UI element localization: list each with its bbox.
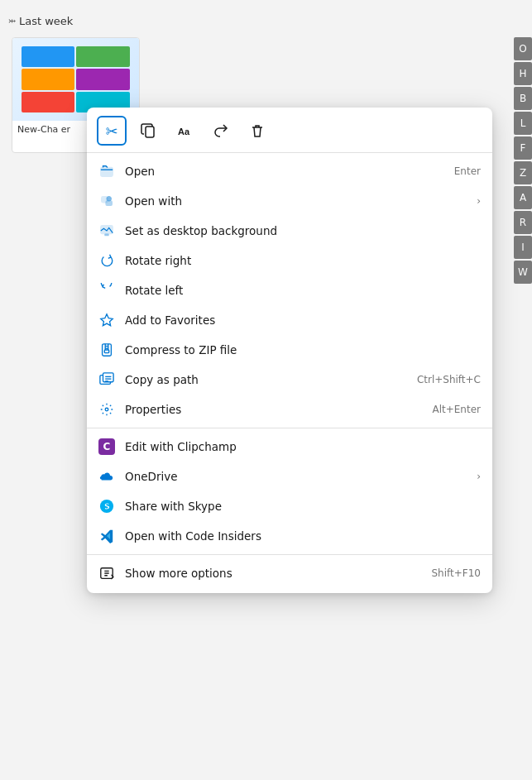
open-with-label: Open with	[125, 194, 462, 208]
share-skype-label: Share with Skype	[125, 500, 481, 513]
menu-item-show-more[interactable]: Show more options Shift+F10	[87, 558, 492, 588]
cut-button[interactable]: ✂	[97, 116, 127, 146]
add-favorites-label: Add to Favorites	[125, 313, 481, 327]
menu-item-rotate-right[interactable]: Rotate right	[87, 246, 492, 275]
context-toolbar: ✂ Aa	[87, 112, 492, 153]
rotate-left-label: Rotate left	[125, 284, 481, 297]
alpha-B[interactable]: B	[514, 87, 532, 110]
menu-item-open-code-insiders[interactable]: Open with Code Insiders	[87, 521, 492, 551]
zip-icon	[98, 342, 115, 358]
alphabet-strip: O H B L F Z A R I W	[514, 37, 532, 284]
set-desktop-bg-label: Set as desktop background	[125, 224, 481, 237]
svg-rect-16	[103, 373, 114, 382]
menu-item-properties[interactable]: Properties Alt+Enter	[87, 395, 492, 424]
alpha-H[interactable]: H	[514, 62, 532, 85]
copy-path-label: Copy as path	[125, 373, 407, 386]
alpha-I[interactable]: I	[514, 236, 532, 259]
show-more-label: Show more options	[125, 567, 421, 580]
menu-item-compress-zip[interactable]: Compress to ZIP file	[87, 335, 492, 365]
properties-icon	[98, 401, 115, 418]
copy-path-shortcut: Ctrl+Shift+C	[417, 374, 481, 385]
svg-rect-4	[106, 201, 112, 205]
open-with-arrow: ›	[477, 195, 481, 207]
alpha-F[interactable]: F	[514, 136, 532, 160]
open-icon	[98, 163, 115, 179]
alpha-A[interactable]: A	[514, 186, 532, 209]
menu-item-set-desktop-bg[interactable]: Set as desktop background	[87, 216, 492, 246]
star-icon	[98, 312, 115, 328]
svg-marker-8	[101, 314, 113, 326]
chevron-icon: ⤔	[8, 16, 16, 26]
last-week-text: Last week	[19, 15, 73, 27]
svg-rect-14	[104, 350, 108, 353]
edit-clipchamp-label: Edit with Clipchamp	[125, 440, 481, 453]
context-menu: ✂ Aa	[87, 108, 492, 593]
delete-button[interactable]	[242, 116, 272, 146]
vscode-icon	[98, 528, 115, 544]
properties-label: Properties	[125, 403, 422, 416]
rotate-left-icon	[98, 282, 115, 299]
alpha-Z[interactable]: Z	[514, 161, 532, 184]
share-button[interactable]	[206, 116, 236, 146]
svg-rect-0	[146, 127, 154, 137]
copy-button[interactable]	[133, 116, 163, 146]
svg-point-5	[107, 197, 111, 201]
menu-item-add-favorites[interactable]: Add to Favorites	[87, 305, 492, 335]
divider-2	[87, 554, 492, 555]
onedrive-arrow: ›	[477, 471, 481, 482]
alpha-R[interactable]: R	[514, 211, 532, 234]
open-code-insiders-label: Open with Code Insiders	[125, 529, 481, 543]
rotate-right-label: Rotate right	[125, 254, 481, 267]
compress-zip-label: Compress to ZIP file	[125, 343, 481, 357]
svg-point-20	[105, 408, 108, 411]
alpha-L[interactable]: L	[514, 112, 532, 135]
clipchamp-icon: C	[98, 438, 115, 455]
svg-rect-7	[104, 234, 108, 237]
menu-item-onedrive[interactable]: OneDrive ›	[87, 462, 492, 491]
menu-item-rotate-left[interactable]: Rotate left	[87, 275, 492, 305]
show-more-shortcut: Shift+F10	[431, 567, 481, 579]
alpha-W[interactable]: W	[514, 261, 532, 284]
svg-text:Aa: Aa	[178, 127, 190, 136]
last-week-section: ⤔ Last week	[8, 15, 73, 27]
open-with-icon	[98, 193, 115, 209]
svg-rect-2	[101, 168, 113, 177]
properties-shortcut: Alt+Enter	[432, 404, 481, 415]
alpha-O[interactable]: O	[514, 37, 532, 60]
onedrive-icon	[98, 468, 115, 485]
menu-item-share-skype[interactable]: Share with Skype	[87, 491, 492, 521]
menu-item-open-with[interactable]: Open with ›	[87, 186, 492, 216]
menu-item-copy-path[interactable]: Copy as path Ctrl+Shift+C	[87, 365, 492, 395]
open-label: Open	[125, 165, 444, 178]
copy-path-icon	[98, 371, 115, 388]
menu-item-open[interactable]: Open Enter	[87, 156, 492, 186]
menu-item-edit-clipchamp[interactable]: C Edit with Clipchamp	[87, 432, 492, 462]
skype-icon	[98, 498, 115, 514]
desktop-bg-icon	[98, 223, 115, 239]
onedrive-label: OneDrive	[125, 470, 462, 483]
rotate-right-icon	[98, 252, 115, 269]
divider-1	[87, 428, 492, 428]
more-options-icon	[98, 565, 115, 581]
rename-button[interactable]: Aa	[170, 116, 199, 146]
open-shortcut: Enter	[454, 165, 481, 177]
